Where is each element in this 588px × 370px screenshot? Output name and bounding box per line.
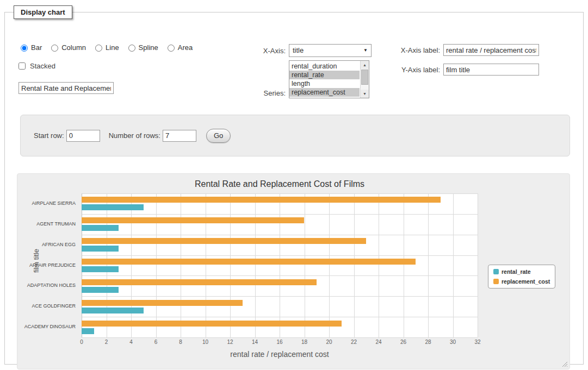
series-listbox[interactable]: rental_duration rental_rate length repla…	[289, 60, 369, 98]
line-radio[interactable]	[95, 45, 102, 52]
v-gridline	[206, 193, 206, 337]
x-axis-label-label: X-Axis label:	[393, 46, 440, 54]
scroll-up-icon[interactable]: ▲	[361, 61, 369, 69]
x-tick-label: 20	[326, 339, 332, 345]
bar-replacement_cost[interactable]	[82, 300, 243, 306]
v-gridline	[230, 193, 231, 337]
h-gridline	[82, 337, 478, 338]
line-radio-label: Line	[106, 43, 119, 52]
num-rows-input[interactable]	[163, 130, 196, 142]
chart-type-bar[interactable]: Bar	[18, 43, 42, 52]
spline-radio[interactable]	[128, 45, 135, 52]
v-gridline	[354, 193, 355, 337]
scrollbar-thumb[interactable]	[361, 70, 368, 85]
x-tick-label: 12	[227, 339, 233, 345]
listbox-scrollbar[interactable]: ▲ ▼	[360, 61, 369, 98]
v-gridline	[305, 193, 305, 337]
column-radio[interactable]	[51, 45, 58, 52]
x-axis-title: rental rate / replacement cost	[82, 350, 478, 359]
v-gridline	[255, 193, 256, 337]
bar-replacement_cost[interactable]	[82, 259, 416, 265]
category-label: AFFAIR PREJUDICE	[17, 255, 78, 276]
series-option-replacement-cost[interactable]: replacement_cost	[289, 88, 360, 97]
legend-label: replacement_cost	[502, 278, 550, 285]
bar-rental_rate[interactable]	[82, 246, 119, 252]
category-label: ADAPTATION HOLES	[17, 275, 78, 296]
x-axis-label-input[interactable]	[443, 44, 539, 56]
x-tick-label: 26	[400, 339, 406, 345]
x-tick-label: 4	[129, 339, 133, 345]
y-axis-label-input[interactable]	[443, 64, 539, 76]
rows-panel: Start row: Number of rows: Go	[20, 115, 570, 156]
chart-type-area[interactable]: Area	[165, 43, 193, 52]
x-tick-label: 10	[202, 339, 208, 345]
bar-rental_rate[interactable]	[82, 328, 94, 334]
x-axis-ticks: 02468101214161820222426283032	[82, 339, 478, 347]
display-chart-fieldset: Display chart Bar Column Line Spline Are…	[4, 5, 584, 365]
legend-item-replacement_cost[interactable]: replacement_cost	[493, 278, 550, 285]
v-gridline	[404, 193, 404, 337]
v-gridline	[428, 193, 429, 337]
v-gridline	[156, 193, 157, 337]
x-tick-label: 16	[276, 339, 282, 345]
x-tick-label: 28	[425, 339, 431, 345]
category-label: AFRICAN EGG	[17, 235, 78, 255]
chart-type-column[interactable]: Column	[48, 43, 86, 52]
bar-rental_rate[interactable]	[82, 225, 119, 231]
series-option-rental-rate[interactable]: rental_rate	[289, 71, 360, 79]
bar-radio[interactable]	[21, 45, 28, 52]
category-labels: AIRPLANE SIERRAAGENT TRUMANAFRICAN EGGAF…	[17, 193, 78, 337]
x-tick-label: 0	[80, 339, 83, 345]
stacked-checkbox-row: Stacked	[16, 61, 55, 71]
replacement_cost-swatch-icon	[493, 279, 499, 284]
v-gridline	[107, 193, 107, 337]
bar-rental_rate[interactable]	[82, 204, 144, 210]
chart: Rental Rate and Replacement Cost of Film…	[17, 173, 570, 369]
chart-type-line[interactable]: Line	[92, 43, 119, 52]
chart-type-radio-group: Bar Column Line Spline Area	[18, 43, 193, 52]
category-label: AGENT TRUMAN	[17, 214, 78, 235]
bar-rental_rate[interactable]	[82, 287, 119, 293]
v-gridline	[280, 193, 280, 337]
v-gridline	[181, 193, 181, 337]
go-button[interactable]: Go	[206, 129, 231, 143]
x-axis-select-row: X-Axis: title ▼	[259, 44, 372, 57]
spline-radio-label: Spline	[139, 43, 158, 52]
x-axis-select[interactable]: title ▼	[289, 44, 372, 57]
series-label: Series:	[259, 89, 286, 97]
v-gridline	[453, 193, 454, 337]
stacked-checkbox[interactable]	[18, 62, 26, 70]
scroll-down-icon[interactable]: ▼	[361, 90, 369, 98]
bar-replacement_cost[interactable]	[82, 279, 317, 285]
x-tick-label: 30	[450, 339, 456, 345]
v-gridline	[478, 193, 478, 337]
chart-type-spline[interactable]: Spline	[126, 43, 158, 52]
series-option-rental-duration[interactable]: rental_duration	[289, 62, 360, 71]
chart-title-input[interactable]	[18, 82, 114, 94]
bar-replacement_cost[interactable]	[82, 197, 441, 203]
x-tick-label: 8	[179, 339, 182, 345]
x-tick-label: 6	[154, 339, 158, 345]
category-label: ACADEMY DINOSAUR	[17, 317, 78, 337]
bar-rental_rate[interactable]	[82, 266, 119, 272]
bar-replacement_cost[interactable]	[82, 238, 366, 244]
bar-replacement_cost[interactable]	[82, 217, 304, 223]
bar-replacement_cost[interactable]	[82, 321, 342, 327]
y-axis-label-label: Y-Axis label:	[393, 66, 440, 74]
area-radio[interactable]	[168, 45, 175, 52]
display-chart-legend: Display chart	[14, 5, 72, 19]
legend-item-rental_rate[interactable]: rental_rate	[493, 268, 550, 275]
chart-legend: rental_ratereplacement_cost	[488, 265, 555, 289]
x-axis-label-row: X-Axis label:	[393, 44, 539, 56]
start-row-input[interactable]	[66, 130, 100, 142]
start-row-label: Start row:	[34, 131, 64, 140]
bar-rental_rate[interactable]	[82, 308, 144, 313]
x-axis-selected-value: title	[293, 46, 304, 54]
x-axis-select-label: X-Axis:	[259, 47, 286, 55]
chart-title: Rental Rate and Replacement Cost of Film…	[82, 179, 478, 189]
v-gridline	[329, 193, 330, 337]
resize-handle[interactable]	[561, 361, 568, 367]
x-tick-label: 14	[252, 339, 258, 345]
series-option-length[interactable]: length	[289, 79, 360, 88]
plot-area	[82, 193, 478, 337]
